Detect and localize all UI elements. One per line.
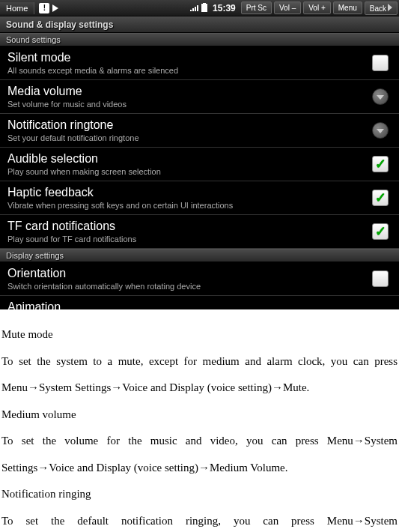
item-orientation[interactable]: Orientation Switch orientation automatic…	[0, 262, 399, 296]
checkbox-checked[interactable]	[372, 223, 389, 240]
item-desc: Vibrate when pressing soft keys and on c…	[7, 201, 369, 210]
item-desc: All sounds except media & alarms are sil…	[7, 66, 369, 75]
home-button[interactable]: Home	[0, 2, 34, 14]
item-title: Audible selection	[7, 152, 369, 166]
item-media-volume[interactable]: Media volume Set volume for music and vi…	[0, 80, 399, 114]
item-desc: Set volume for music and videos	[7, 100, 369, 109]
item-title: Silent mode	[7, 51, 369, 64]
item-desc: Play sound for TF card notifications	[7, 235, 369, 244]
checkbox-unchecked[interactable]	[372, 55, 389, 71]
svg-rect-0	[201, 4, 207, 12]
item-title: Orientation	[7, 267, 369, 280]
item-notification-ringtone[interactable]: Notification ringtone Set your default n…	[0, 114, 399, 148]
section-display: Display settings	[0, 249, 399, 262]
screen-title: Sound & display settings	[0, 16, 399, 33]
item-audible-selection[interactable]: Audible selection Play sound when making…	[0, 148, 399, 181]
printscreen-button[interactable]: Prt Sc	[241, 1, 272, 14]
notification-icon: !	[39, 3, 49, 13]
item-title: Media volume	[7, 85, 369, 98]
back-button[interactable]: Back	[365, 1, 398, 15]
paragraph: Settings→Voice and Display (voice settin…	[1, 456, 398, 480]
item-haptic-feedback[interactable]: Haptic feedback Vibrate when pressing so…	[0, 181, 399, 215]
heading-notification: Notification ringing	[1, 483, 398, 507]
svg-rect-1	[203, 3, 206, 4]
item-desc: Set your default notification ringtone	[7, 133, 369, 142]
volume-up-button[interactable]: Vol +	[303, 1, 331, 14]
clock-time: 15:39	[210, 3, 239, 13]
item-title: Notification ringtone	[7, 118, 369, 132]
volume-down-button[interactable]: Vol –	[274, 1, 301, 14]
item-title: Animation	[7, 300, 392, 309]
status-bar: Home ! 15:39 Prt Sc Vol – Vol + Menu Bac…	[0, 0, 399, 16]
checkbox-checked[interactable]	[372, 190, 389, 206]
item-desc: Switch orientation automatically when ro…	[7, 282, 369, 291]
menu-button[interactable]: Menu	[333, 1, 362, 14]
paragraph: To set the system to a mute, except for …	[1, 350, 398, 374]
item-tfcard-notifications[interactable]: TF card notifications Play sound for TF …	[0, 215, 399, 249]
signal-icon	[190, 4, 199, 13]
heading-mute: Mute mode	[1, 323, 398, 347]
back-icon	[388, 4, 392, 11]
item-desc: Play sound when making screen selection	[7, 167, 369, 176]
section-sound: Sound settings	[0, 33, 399, 46]
item-animation[interactable]: Animation	[0, 296, 399, 309]
battery-icon	[201, 3, 207, 13]
play-icon	[52, 4, 58, 12]
checkbox-checked[interactable]	[372, 156, 389, 172]
item-title: TF card notifications	[7, 220, 369, 233]
paragraph: To set the volume for the music and vide…	[1, 429, 398, 453]
document-body: Mute mode To set the system to a mute, e…	[0, 309, 399, 532]
dropdown-icon[interactable]	[372, 122, 389, 139]
heading-medium: Medium volume	[1, 403, 398, 427]
dropdown-icon[interactable]	[372, 88, 389, 105]
paragraph: Menu→System Settings→Voice and Display (…	[1, 376, 398, 400]
paragraph: To set the default notification ringing,…	[1, 510, 398, 533]
item-silent-mode[interactable]: Silent mode All sounds except media & al…	[0, 46, 399, 80]
item-title: Haptic feedback	[7, 186, 369, 199]
checkbox-unchecked[interactable]	[372, 270, 389, 287]
